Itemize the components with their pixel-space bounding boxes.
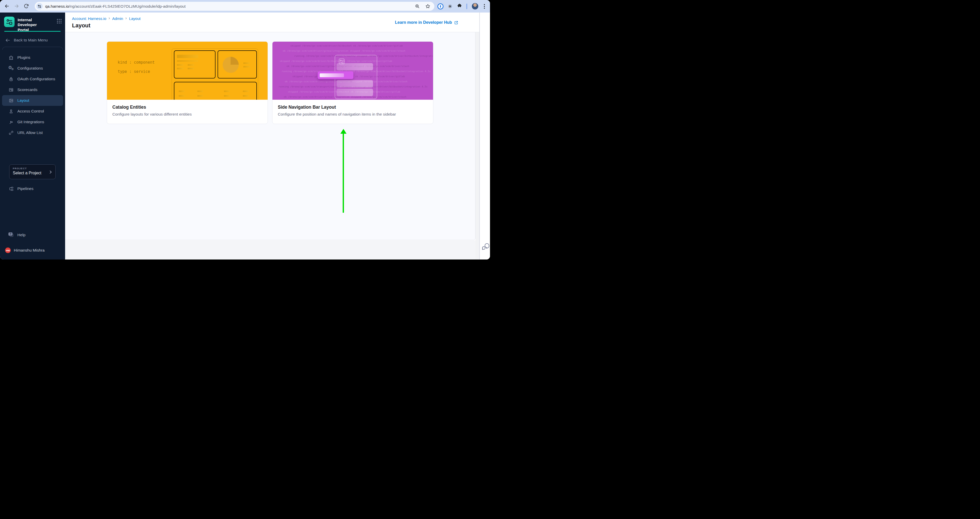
sidebar-item-oauth-configurations[interactable]: OAuth Configurations <box>2 73 63 85</box>
pipelines-icon <box>8 186 14 192</box>
page-title: Layout <box>72 22 91 29</box>
sidebar-item-pipelines[interactable]: Pipelines <box>2 183 63 194</box>
accent-rule <box>4 31 60 32</box>
side-nav-illustration: skipped /drone/go-scm/scm/driver/bitbuck… <box>272 42 433 100</box>
content-gutter-divider <box>479 13 480 260</box>
sidebar-item-label: OAuth Configurations <box>18 77 55 81</box>
gears-icon: ⚙⚙ <box>8 66 14 71</box>
external-link-icon <box>454 21 458 25</box>
password-manager-icon[interactable] <box>438 3 444 10</box>
browser-window: qa.harness.io/ng/account/zEaak-FLS425IEO… <box>0 0 490 260</box>
site-info-icon[interactable] <box>36 3 43 10</box>
green-arrow-head <box>340 129 347 134</box>
back-to-main-menu[interactable]: Back to Main Menu <box>5 37 48 43</box>
yaml-type-line: type : service <box>118 69 150 74</box>
sidebar-item-scorecards[interactable]: Scorecards <box>2 85 63 95</box>
help-row: ? Help <box>0 230 65 240</box>
card-description: Configure layouts for various different … <box>112 112 262 117</box>
sidebar-item-configurations[interactable]: ⚙⚙ Configurations <box>2 63 63 73</box>
browser-menu-icon[interactable] <box>483 3 486 10</box>
sidebar-item-access-control[interactable]: Access Control <box>2 106 63 117</box>
breadcrumb-separator: › <box>108 16 110 21</box>
breadcrumb-layout[interactable]: Layout <box>129 16 140 21</box>
profile-avatar[interactable] <box>472 3 479 10</box>
pipelines-row: Pipelines <box>0 183 65 194</box>
green-arrow-stem <box>343 133 344 213</box>
main-area: Account: Harness.io › Admin › Layout Lay… <box>65 13 490 260</box>
user-name: Himanshu Mishra <box>14 248 45 252</box>
catalog-entities-illustration: kind : component type : service <box>107 42 267 100</box>
support-chat-icon[interactable] <box>482 242 490 251</box>
catalog-entities-card[interactable]: kind : component type : service <box>107 42 268 124</box>
url-text[interactable]: qa.harness.io/ng/account/zEaak-FLS425IEO… <box>45 4 186 9</box>
entity-table-widget <box>174 82 257 100</box>
back-label: Back to Main Menu <box>14 38 48 42</box>
sidebar-item-plugins[interactable]: Plugins <box>2 52 63 63</box>
chevron-right-icon <box>48 170 53 174</box>
sidebar-item-label: Configurations <box>18 66 43 70</box>
toolbar-separator <box>466 3 467 9</box>
help-chat-icon: ? <box>8 232 14 238</box>
learn-more-label: Learn more in Developer Hub <box>395 20 452 25</box>
extension-spinner-icon[interactable]: ✳ <box>448 4 452 9</box>
back-icon[interactable] <box>4 3 10 10</box>
url-path: /ng/account/zEaak-FLS425IEO7OLzMUg/modul… <box>69 4 186 8</box>
puzzle-icon <box>8 55 14 60</box>
entity-about-widget <box>174 50 215 78</box>
person-icon <box>8 109 14 114</box>
scorecard-icon <box>8 87 14 93</box>
lock-icon <box>8 77 14 82</box>
sidebar-item-label: Access Control <box>18 109 44 113</box>
scrollbar-track[interactable] <box>476 32 479 260</box>
address-bar[interactable]: qa.harness.io/ng/account/zEaak-FLS425IEO… <box>35 2 434 11</box>
project-value: Select a Project <box>13 171 52 176</box>
layout-icon <box>8 98 14 103</box>
breadcrumb-admin[interactable]: Admin <box>112 16 123 21</box>
nav-item-dragged <box>318 71 353 79</box>
extensions-puzzle-icon[interactable] <box>457 3 462 10</box>
nav-item-placeholder <box>337 80 373 88</box>
nav-item-placeholder <box>337 89 373 96</box>
entity-chart-widget <box>218 50 257 78</box>
pie-chart-shape <box>223 57 239 73</box>
link-icon <box>8 130 14 136</box>
footer-strip <box>65 240 476 260</box>
user-row[interactable]: HM Himanshu Mishra <box>5 248 45 253</box>
breadcrumb-account[interactable]: Account: Harness.io <box>72 16 106 21</box>
project-eyebrow: PROJECT <box>13 167 52 170</box>
card-title: Catalog Entities <box>112 105 262 110</box>
card-description: Configure the position and names of navi… <box>278 112 428 117</box>
zoom-icon[interactable] <box>415 3 420 9</box>
user-avatar: HM <box>5 248 11 253</box>
sidebar-item-label: Pipelines <box>18 186 33 191</box>
project-selector[interactable]: PROJECT Select a Project <box>9 164 56 179</box>
brand: Internal Developer Portal <box>4 17 62 32</box>
bookmark-star-icon[interactable] <box>425 3 431 9</box>
sidebar-item-git-integrations[interactable]: Git Integrations <box>2 117 63 127</box>
breadcrumb-separator: › <box>126 16 127 21</box>
page-header: Account: Harness.io › Admin › Layout Lay… <box>65 13 479 32</box>
sidebar-item-help[interactable]: ? Help <box>2 230 63 240</box>
sidebar-item-label: Layout <box>18 98 29 103</box>
nav-item-placeholder <box>337 63 373 70</box>
breadcrumb: Account: Harness.io › Admin › Layout <box>72 16 140 21</box>
sidebar-item-label: URL Allow List <box>18 130 43 135</box>
content-panel: kind : component type : service <box>65 32 476 240</box>
reload-icon[interactable] <box>24 3 30 10</box>
idp-logo-icon <box>4 17 14 27</box>
screen: qa.harness.io/ng/account/zEaak-FLS425IEO… <box>0 0 490 260</box>
product-title: Internal Developer Portal <box>18 17 49 32</box>
sidebar-item-url-allow-list[interactable]: URL Allow List <box>2 127 63 138</box>
sidebar-item-layout[interactable]: Layout <box>2 95 63 106</box>
layout-cards: kind : component type : service <box>107 42 433 124</box>
yaml-kind-line: kind : component <box>118 60 155 65</box>
sidebar: Internal Developer Portal Back to Main M… <box>0 13 65 260</box>
menu-section-divider <box>2 47 63 50</box>
module-grid-icon[interactable] <box>57 19 62 24</box>
url-domain: qa.harness.io <box>45 4 69 8</box>
browser-toolbar: qa.harness.io/ng/account/zEaak-FLS425IEO… <box>0 0 490 13</box>
learn-more-link[interactable]: Learn more in Developer Hub <box>395 20 458 25</box>
sidebar-item-label: Scorecards <box>18 88 37 92</box>
side-nav-layout-card[interactable]: skipped /drone/go-scm/scm/driver/bitbuck… <box>272 42 433 124</box>
forward-icon[interactable] <box>14 3 20 10</box>
